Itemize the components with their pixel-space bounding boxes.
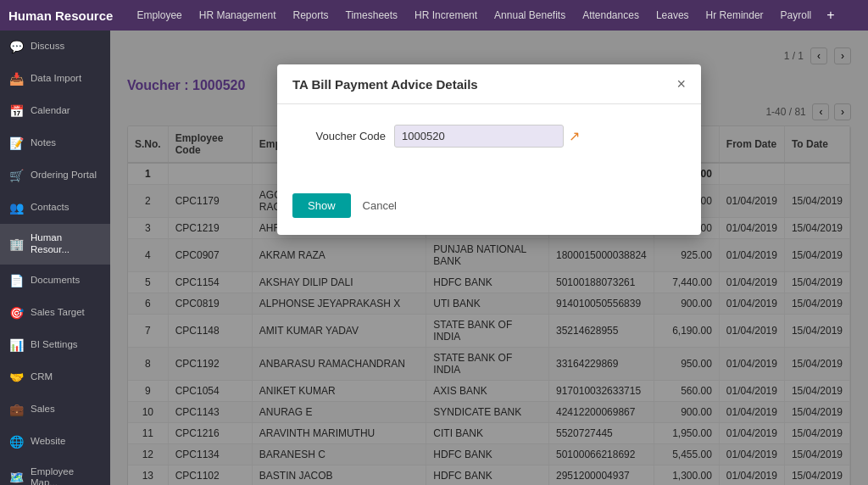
external-link-icon[interactable]: ↗	[569, 128, 580, 144]
app-brand: Human Resource	[8, 8, 113, 23]
sidebar-item-notes[interactable]: 📝 Notes	[0, 127, 110, 159]
cancel-button[interactable]: Cancel	[359, 193, 400, 218]
content-area: 1 / 1 ‹ › Voucher : 1000520 1-40 / 81 ‹ …	[110, 31, 868, 485]
sidebar-label-sales: Sales	[31, 404, 55, 415]
crm-icon: 🤝	[8, 370, 24, 385]
sidebar-item-crm[interactable]: 🤝 CRM	[0, 361, 110, 393]
voucher-code-select[interactable]: 1000520	[394, 125, 564, 148]
employee-map-icon: 🗺️	[8, 470, 24, 485]
voucher-code-label: Voucher Code	[292, 130, 386, 142]
nav-payroll[interactable]: Payroll	[774, 6, 819, 25]
nav-reports[interactable]: Reports	[286, 6, 335, 25]
modal-close-button[interactable]: ×	[676, 76, 686, 92]
sidebar-label-calendar: Calendar	[31, 105, 70, 117]
sidebar-item-data-import[interactable]: 📥 Data Import	[0, 63, 110, 95]
sidebar-label-ordering-portal: Ordering Portal	[31, 170, 97, 181]
sidebar-item-sales[interactable]: 💼 Sales	[0, 393, 110, 426]
sidebar-item-discuss[interactable]: 💬 Discuss	[0, 31, 110, 63]
nav-hr-reminder[interactable]: Hr Reminder	[699, 6, 771, 25]
modal-dialog: TA Bill Payment Advice Details × Voucher…	[277, 64, 701, 235]
nav-annual-benefits[interactable]: Annual Benefits	[487, 6, 572, 25]
sidebar-label-crm: CRM	[31, 371, 53, 383]
sidebar: 💬 Discuss 📥 Data Import 📅 Calendar 📝 Not…	[0, 31, 110, 485]
sidebar-item-employee-map[interactable]: 🗺️ Employee Map...	[0, 458, 110, 485]
voucher-code-control-wrap: 1000520 ↗	[394, 125, 580, 148]
sales-icon: 💼	[8, 402, 24, 417]
sidebar-label-sales-target: Sales Target	[31, 307, 85, 319]
website-icon: 🌐	[8, 434, 24, 449]
top-nav: Human Resource Employee HR Management Re…	[0, 0, 868, 31]
documents-icon: 📄	[8, 273, 24, 288]
modal-overlay: TA Bill Payment Advice Details × Voucher…	[110, 31, 868, 485]
nav-hr-increment[interactable]: HR Increment	[408, 6, 484, 25]
sidebar-item-human-resource[interactable]: 🏢 Human Resour...	[0, 224, 110, 265]
contacts-icon: 👥	[8, 200, 24, 215]
sidebar-label-bi-settings: BI Settings	[31, 339, 78, 351]
nav-hr-management[interactable]: HR Management	[192, 6, 283, 25]
ordering-portal-icon: 🛒	[8, 168, 24, 183]
sidebar-label-website: Website	[31, 436, 65, 448]
voucher-code-row: Voucher Code 1000520 ↗	[292, 125, 686, 148]
discuss-icon: 💬	[8, 39, 24, 54]
modal-header: TA Bill Payment Advice Details ×	[277, 64, 701, 104]
sidebar-item-calendar[interactable]: 📅 Calendar	[0, 95, 110, 127]
sidebar-item-contacts[interactable]: 👥 Contacts	[0, 192, 110, 224]
calendar-icon: 📅	[8, 103, 24, 119]
data-import-icon: 📥	[8, 71, 24, 86]
sidebar-label-employee-map: Employee Map...	[31, 466, 102, 485]
bi-settings-icon: 📊	[8, 337, 24, 353]
nav-add-button[interactable]: +	[821, 6, 839, 25]
human-resource-icon: 🏢	[8, 237, 24, 252]
modal-body: Voucher Code 1000520 ↗	[277, 104, 701, 185]
sales-target-icon: 🎯	[8, 305, 24, 321]
sidebar-item-sales-target[interactable]: 🎯 Sales Target	[0, 297, 110, 329]
nav-attendances[interactable]: Attendances	[576, 6, 646, 25]
sidebar-label-human-resource: Human Resour...	[31, 232, 102, 256]
modal-title: TA Bill Payment Advice Details	[292, 77, 478, 92]
sidebar-label-documents: Documents	[31, 275, 80, 287]
sidebar-label-data-import: Data Import	[31, 73, 81, 85]
top-nav-items: Employee HR Management Reports Timesheet…	[130, 6, 860, 25]
main-layout: 💬 Discuss 📥 Data Import 📅 Calendar 📝 Not…	[0, 31, 868, 485]
sidebar-item-website[interactable]: 🌐 Website	[0, 426, 110, 458]
modal-footer: Show Cancel	[277, 185, 701, 235]
notes-icon: 📝	[8, 136, 24, 151]
sidebar-item-documents[interactable]: 📄 Documents	[0, 265, 110, 297]
nav-timesheets[interactable]: Timesheets	[339, 6, 405, 25]
nav-leaves[interactable]: Leaves	[649, 6, 696, 25]
sidebar-label-discuss: Discuss	[31, 41, 64, 53]
sidebar-label-contacts: Contacts	[31, 202, 69, 214]
nav-employee[interactable]: Employee	[130, 6, 188, 25]
sidebar-label-notes: Notes	[31, 137, 56, 149]
show-button[interactable]: Show	[292, 193, 351, 218]
sidebar-item-ordering-portal[interactable]: 🛒 Ordering Portal	[0, 159, 110, 192]
sidebar-item-bi-settings[interactable]: 📊 BI Settings	[0, 329, 110, 361]
